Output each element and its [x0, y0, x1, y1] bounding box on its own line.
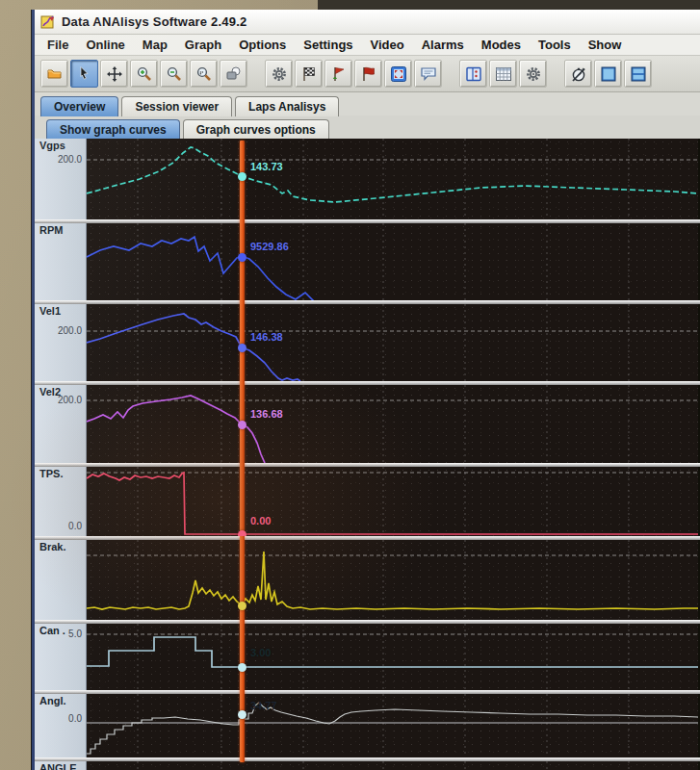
plot-brak[interactable] [87, 540, 698, 620]
menu-item-options[interactable]: Options [230, 36, 295, 54]
folder-icon [46, 65, 64, 83]
layout-icon [465, 65, 482, 83]
cursor-dot-vel1[interactable] [238, 344, 246, 352]
panel-vgps: Vgps200.0143.73 [35, 139, 700, 219]
table-icon [495, 65, 512, 83]
cursor-dot-vgps[interactable] [238, 172, 246, 181]
menu-item-file[interactable]: File [39, 36, 77, 54]
checkered-flag-icon [300, 65, 318, 83]
cursor-value-angl: 34.77 [250, 700, 277, 711]
toolbar-split-pane-button[interactable] [624, 60, 652, 88]
toolbar-settings-gear-button[interactable] [265, 60, 293, 88]
panel-label-vel1: Vel1200.0 [35, 304, 87, 381]
tab-overview[interactable]: Overview [40, 96, 118, 116]
curve-vel1 [87, 314, 300, 381]
toolbar-comments-button[interactable] [414, 60, 442, 88]
plot-vel1[interactable]: 146.38 [87, 304, 698, 381]
axis-tick: 0.0 [68, 521, 82, 531]
zoom-in-icon [136, 65, 153, 83]
toolbar-group [40, 60, 249, 88]
plot-rpm[interactable]: 9529.86 [87, 223, 698, 300]
toolbar-pan-view-button[interactable] [100, 60, 128, 88]
cursor-value-can: 3.00 [250, 647, 271, 658]
curve-svg-vel2 [87, 385, 698, 463]
toolbar-open-file-button[interactable] [40, 60, 68, 88]
toolbar-zoom-out-button[interactable] [160, 60, 188, 88]
cursor-dot-angl[interactable] [238, 710, 246, 719]
menu-item-alarms[interactable]: Alarms [413, 36, 473, 54]
menu-item-online[interactable]: Online [77, 36, 133, 54]
app-icon [40, 14, 56, 30]
curve-svg-tps [87, 467, 698, 536]
toolbar-timer-off-button[interactable] [564, 60, 592, 88]
pane-split-icon [630, 65, 647, 83]
menu-item-video[interactable]: Video [362, 36, 413, 54]
menu-item-graph[interactable]: Graph [176, 36, 230, 54]
menu-item-map[interactable]: Map [134, 36, 176, 54]
panel-angl: Angl.0.034.77 [35, 694, 700, 757]
panel-label-brak: Brak. [35, 540, 87, 620]
plot-angle[interactable] [87, 761, 698, 770]
panel-tps: TPS.0.00.00 [35, 467, 700, 536]
toolbar-select-cursor-button[interactable] [70, 60, 98, 88]
cursor-value-tps: 0.00 [250, 515, 271, 526]
toolbar-expand-view-button[interactable] [384, 60, 412, 88]
tab-graph-curves-options[interactable]: Graph curves options [183, 119, 329, 140]
toolbar-graph-settings-button[interactable] [519, 60, 547, 88]
toolbar-layout-panels-button[interactable] [459, 60, 487, 88]
plot-can[interactable]: 3.00 [87, 624, 698, 690]
channel-name: Vgps [39, 140, 65, 151]
gear-icon [271, 65, 288, 83]
menu-item-modes[interactable]: Modes [473, 36, 530, 54]
panel-label-rpm: RPM [35, 223, 87, 300]
channel-name: TPS. [39, 468, 63, 479]
curve-tps [87, 473, 698, 534]
menu-item-tools[interactable]: Tools [530, 36, 580, 54]
panel-label-tps: TPS.0.0 [35, 467, 87, 536]
plot-angl[interactable]: 34.77 [87, 694, 698, 757]
move-icon [106, 65, 123, 83]
toolbar-start-flag-button[interactable] [324, 60, 352, 88]
no-timer-icon [570, 65, 587, 83]
zoom-area-icon [195, 65, 213, 83]
expand-icon [390, 65, 407, 83]
tab-session-viewer[interactable]: Session viewer [121, 96, 232, 116]
cursor-value-vel2: 136.68 [250, 408, 283, 420]
channel-name: ANGLE [39, 762, 77, 770]
cursor-dot-can[interactable] [238, 663, 246, 672]
toolbar-single-pane-button[interactable] [594, 60, 622, 88]
cursor-dot-tps[interactable] [238, 530, 246, 536]
plot-tps[interactable]: 0.00 [87, 467, 698, 536]
toolbar-restore-view-button[interactable] [220, 60, 247, 88]
curve-svg-can [87, 624, 698, 690]
tab-laps-analisys[interactable]: Laps Analisys [235, 96, 339, 116]
curve-vgps [87, 147, 698, 202]
toolbar-zoom-area-button[interactable] [190, 60, 218, 88]
plot-vel2[interactable]: 136.68 [87, 385, 698, 463]
panel-can: Can .5.03.00 [35, 624, 700, 690]
gear-icon [525, 65, 542, 83]
cursor-icon [76, 65, 93, 83]
cursor-dot-vel2[interactable] [238, 421, 246, 429]
shape-icon [225, 65, 243, 83]
app-window: Data ANAlisys Software 2.49.2 FileOnline… [32, 10, 700, 770]
title-bar: Data ANAlisys Software 2.49.2 [35, 10, 700, 35]
toolbar-finish-flag-button[interactable] [295, 60, 323, 88]
panel-label-vel2: Vel2200.0 [35, 385, 87, 463]
curve-svg-angle [87, 761, 698, 770]
cursor-dot-rpm[interactable] [238, 253, 246, 262]
secondary-tabs: Show graph curvesGraph curves options [35, 116, 700, 139]
panel-angle: ANGLE [35, 761, 700, 770]
plot-vgps[interactable]: 143.73 [87, 139, 698, 219]
axis-tick: 200.0 [58, 325, 82, 336]
graphs-area: Vgps200.0143.73RPM9529.86Vel1200.0146.38… [35, 139, 700, 770]
tab-show-graph-curves[interactable]: Show graph curves [46, 119, 180, 140]
menu-item-show[interactable]: Show [580, 36, 631, 54]
menu-item-settings[interactable]: Settings [295, 36, 361, 54]
channel-name: Vel1 [39, 305, 61, 317]
toolbar-lap-flag-button[interactable] [354, 60, 382, 88]
panel-label-vgps: Vgps200.0 [35, 139, 87, 219]
cursor-dot-brak[interactable] [238, 602, 246, 610]
toolbar-zoom-in-button[interactable] [130, 60, 158, 88]
toolbar-data-table-button[interactable] [489, 60, 517, 88]
